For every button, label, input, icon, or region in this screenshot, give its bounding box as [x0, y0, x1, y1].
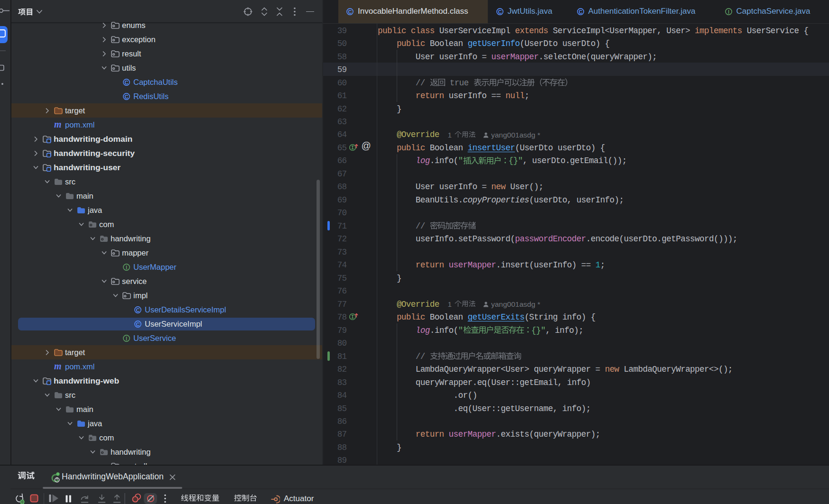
svg-text:I: I	[126, 336, 127, 341]
svg-text:C: C	[125, 80, 129, 85]
svg-text:I: I	[727, 9, 729, 15]
svg-text:C: C	[136, 321, 140, 327]
svg-text:C: C	[348, 9, 352, 15]
svg-text:m: m	[54, 363, 62, 371]
svg-text:C: C	[125, 94, 129, 100]
svg-text:C: C	[136, 307, 140, 313]
svg-text:C: C	[578, 9, 582, 15]
svg-text:I: I	[126, 265, 127, 270]
svg-text:C: C	[498, 9, 502, 15]
svg-text:m: m	[54, 121, 62, 129]
